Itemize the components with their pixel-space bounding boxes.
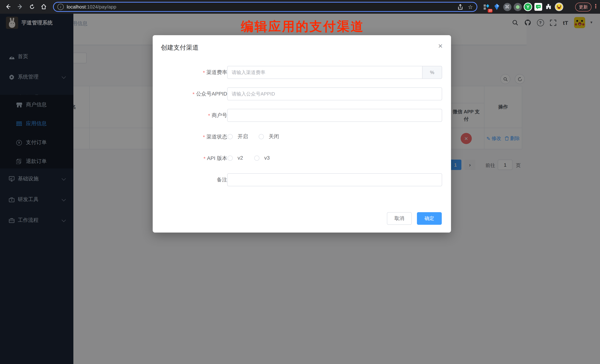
url-path: :1024/pay/app <box>86 4 116 10</box>
status-open-radio[interactable] <box>227 134 233 139</box>
required-asterisk: * <box>203 134 205 140</box>
address-bar[interactable]: i localhost :1024/pay/app ☆ <box>53 2 477 12</box>
browser-menu-icon[interactable]: ⋮ <box>593 3 599 10</box>
field-label: 商户号 <box>212 112 227 119</box>
share-icon[interactable] <box>458 4 463 10</box>
browser-home-icon[interactable] <box>39 2 48 11</box>
dialog-title: 创建支付渠道 <box>161 43 199 52</box>
form-row-remark: 备注 <box>153 173 451 186</box>
required-asterisk: * <box>193 91 195 97</box>
cancel-button[interactable]: 取消 <box>387 212 412 225</box>
form-row-merchant: *商户号 <box>153 109 451 122</box>
percent-suffix: % <box>422 66 442 79</box>
confirm-button[interactable]: 确定 <box>417 212 442 225</box>
field-label: 公众号APPID <box>196 91 227 97</box>
form-row-appid: *公众号APPID <box>153 87 451 100</box>
browser-update-button[interactable]: 更新 <box>575 3 591 11</box>
required-asterisk: * <box>203 69 205 75</box>
official-account-appid-input[interactable] <box>227 87 442 100</box>
extension-balloon-icon[interactable] <box>492 2 501 11</box>
required-asterisk: * <box>208 112 210 118</box>
api-v2-label[interactable]: v2 <box>238 155 243 161</box>
field-label: 渠道状态 <box>206 134 227 140</box>
api-v2-radio[interactable] <box>227 155 233 161</box>
status-close-label[interactable]: 关闭 <box>269 133 279 140</box>
create-pay-channel-dialog: 创建支付渠道 ✕ *渠道费率 % *公众号APPID *商户号 *渠道状态 开启… <box>153 35 451 233</box>
merchant-id-input[interactable] <box>227 109 442 122</box>
form-row-rate: *渠道费率 % <box>153 66 451 79</box>
browser-reload-icon[interactable] <box>28 2 36 11</box>
extension-badge: 10 <box>488 9 493 13</box>
browser-back-icon[interactable] <box>4 2 13 11</box>
extension-command-icon[interactable]: ⌘ <box>503 2 512 11</box>
api-v3-label[interactable]: v3 <box>264 155 270 161</box>
form-row-status: *渠道状态 开启 关闭 <box>153 130 451 143</box>
status-open-label[interactable]: 开启 <box>238 133 248 140</box>
required-asterisk: * <box>204 155 206 161</box>
field-label: 渠道费率 <box>206 69 227 76</box>
bookmark-star-icon[interactable]: ☆ <box>468 3 473 10</box>
dialog-close-icon[interactable]: ✕ <box>438 43 443 50</box>
site-info-icon[interactable]: i <box>57 4 64 10</box>
extensions-puzzle-icon[interactable] <box>544 2 553 11</box>
channel-rate-input[interactable] <box>227 66 422 79</box>
browser-forward-icon[interactable] <box>16 2 24 11</box>
extension-y-icon[interactable]: Y <box>523 2 533 11</box>
screen: i localhost :1024/pay/app ☆ 10 ⌘ Y <box>0 0 600 364</box>
status-close-radio[interactable] <box>259 134 264 139</box>
api-v3-radio[interactable] <box>254 155 259 161</box>
url-host: localhost <box>67 4 86 10</box>
form-row-api-version: *API 版本 v2 v3 <box>153 152 451 165</box>
extension-chat-icon[interactable] <box>534 2 543 11</box>
extension-blocks-icon[interactable]: 10 <box>482 2 491 11</box>
remark-input[interactable] <box>227 173 442 186</box>
field-label: API 版本 <box>207 155 227 162</box>
field-label: 备注 <box>217 176 227 183</box>
extension-record-icon[interactable] <box>513 2 522 11</box>
annotation-text: 编辑应用的支付渠道 <box>241 18 374 35</box>
profile-avatar-icon[interactable] <box>554 2 564 11</box>
browser-toolbar: i localhost :1024/pay/app ☆ 10 ⌘ Y <box>0 0 600 14</box>
